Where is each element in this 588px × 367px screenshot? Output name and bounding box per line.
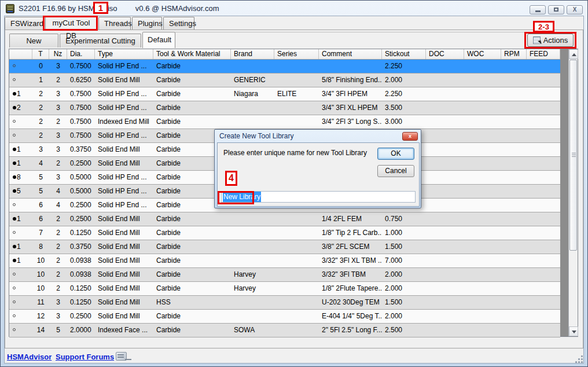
ok-button[interactable]: OK <box>377 148 414 160</box>
vertical-scrollbar[interactable] <box>568 49 578 336</box>
col-dia[interactable]: Dia. <box>67 49 95 59</box>
hsmadvisor-link[interactable]: HSMAdvisor <box>7 353 52 361</box>
annotation-step-1: 1 <box>93 2 108 14</box>
cell-rpm <box>501 226 527 240</box>
cell-type: Solid End Mill <box>95 310 153 323</box>
scrollbar-up-button[interactable] <box>569 49 578 59</box>
window-title-right: v0.6 @ HSMAdvisor.com <box>135 4 219 13</box>
resize-grip[interactable] <box>575 355 583 363</box>
cell-doc <box>426 199 464 212</box>
table-row[interactable]: 1020.1250Solid End MillCarbideHarvey1/8"… <box>9 282 560 296</box>
col-doc[interactable]: DOC <box>426 49 464 59</box>
minimize-button[interactable] <box>530 5 546 14</box>
cell-marker: 1 <box>9 212 32 226</box>
cell-woc <box>464 60 501 73</box>
table-row[interactable]: 1620.2500Solid End MillCarbide1/4 2FL FE… <box>9 212 560 226</box>
cell-brand <box>231 240 274 254</box>
cell-feed <box>527 310 560 323</box>
cell-nz: 3 <box>49 143 67 156</box>
cell-type: Solid End Mill <box>95 268 153 281</box>
cell-t: 8 <box>32 240 49 254</box>
cell-feed <box>527 129 560 142</box>
scrollbar-down-icon <box>572 331 576 333</box>
cell-marker <box>9 296 32 309</box>
cell-nz: 2 <box>49 115 67 129</box>
cell-comment: 3/4" 3Fl XL HPEM <box>319 101 382 115</box>
cell-t: 6 <box>32 199 49 212</box>
annotation-box-new-library-text <box>218 191 254 204</box>
col-series[interactable]: Series <box>274 49 319 59</box>
cell-woc <box>464 199 501 212</box>
support-forums-link[interactable]: Support Forums <box>56 353 114 361</box>
col-tool-work-material[interactable]: Tool & Work Material <box>153 49 231 59</box>
table-row[interactable]: 1820.3750Solid End MillCarbide3/8" 2FL S… <box>9 240 560 254</box>
cell-feed <box>527 296 560 309</box>
tab-settings[interactable]: Settings <box>163 17 194 30</box>
cell-rpm <box>501 129 527 142</box>
cancel-button[interactable]: Cancel <box>377 165 414 177</box>
cell-t: 3 <box>32 143 49 156</box>
scrollbar-thumb[interactable] <box>569 60 577 251</box>
tab-default[interactable]: Default <box>142 32 175 48</box>
col-t[interactable]: T <box>32 49 49 59</box>
cell-nz: 2 <box>49 254 67 267</box>
cell-t: 7 <box>32 226 49 240</box>
cell-nz: 2 <box>49 212 67 226</box>
table-row[interactable]: 1020.0938Solid End MillCarbideHarvey3/32… <box>9 268 560 282</box>
cell-feed <box>527 240 560 254</box>
cell-nz: 2 <box>49 282 67 295</box>
table-row[interactable]: 1230.7500Solid HP End ...CarbideNiagaraE… <box>9 87 560 101</box>
cell-dia: 0.7500 <box>67 115 95 129</box>
col-nz[interactable]: Nz <box>49 49 67 59</box>
col-stickout[interactable]: Stickout <box>382 49 426 59</box>
cell-rpm <box>501 171 527 184</box>
table-row[interactable]: 220.7500Indexed End MillCarbide3/4" 2Fl … <box>9 115 560 129</box>
tab-threads[interactable]: Threads <box>98 17 131 30</box>
cell-nz: 3 <box>49 171 67 184</box>
cell-material: Carbide <box>153 74 231 87</box>
cell-doc <box>426 254 464 267</box>
cell-comment: U-202 30Deg TEM <box>319 296 382 309</box>
cell-stickout: 3.500 <box>382 101 426 115</box>
col-type[interactable]: Type <box>95 49 153 59</box>
cell-woc <box>464 296 501 309</box>
feedback-icon[interactable] <box>116 352 127 361</box>
col-woc[interactable]: WOC <box>464 49 501 59</box>
table-row[interactable]: 720.1250Solid End MillCarbide1/8" Tip 2 … <box>9 226 560 240</box>
table-row[interactable]: 1130.1250Solid End MillHSSU-202 30Deg TE… <box>9 296 560 310</box>
table-row[interactable]: 1452.0000Indexed Face ...CarbideSOWA2" 5… <box>9 324 560 337</box>
cell-nz: 2 <box>49 157 67 170</box>
filled-dot-marker-icon <box>13 189 16 193</box>
filled-dot-marker-icon <box>13 162 16 165</box>
title-bar[interactable]: S2201 F16.96 by HSMAdviso v0.6 @ HSMAdvi… <box>1 1 587 16</box>
col-brand[interactable]: Brand <box>231 49 274 59</box>
col-comment[interactable]: Comment <box>319 49 382 59</box>
col-marker[interactable] <box>9 49 32 59</box>
cell-rpm <box>501 254 527 267</box>
cell-rpm <box>501 87 527 101</box>
cell-series: ELITE <box>274 87 319 101</box>
cell-series <box>274 74 319 87</box>
col-feed[interactable]: FEED <box>527 49 560 59</box>
table-row[interactable]: 120.6250Solid End MillCarbideGENERIC5/8"… <box>9 74 560 87</box>
cell-woc <box>464 171 501 184</box>
table-row[interactable]: 030.7500Solid HP End ...Carbide2.250 <box>9 60 560 74</box>
cell-type: Indexed End Mill <box>95 115 153 129</box>
tab-fswizard[interactable]: FSWizard <box>5 17 44 30</box>
table-row[interactable]: 1230.2500Solid End MillCarbideE-404 1/4"… <box>9 310 560 324</box>
dialog-close-button[interactable]: x <box>402 132 418 141</box>
cell-woc <box>464 157 501 170</box>
table-row[interactable]: 2230.7500Solid HP End ...Carbide3/4" 3Fl… <box>9 101 560 115</box>
scrollbar-down-button[interactable] <box>569 326 578 336</box>
tab-new-library[interactable]: New Library <box>9 34 58 47</box>
restore-button[interactable] <box>548 5 564 14</box>
tab-plugins[interactable]: Plugins <box>132 17 162 30</box>
close-button[interactable]: X <box>567 5 583 14</box>
cell-nz: 2 <box>49 226 67 240</box>
cell-feed <box>527 74 560 87</box>
cell-stickout: 2.000 <box>382 74 426 87</box>
cell-series <box>274 296 319 309</box>
table-row[interactable]: 11020.0938Solid End MillCarbide3/32" 3Fl… <box>9 254 560 268</box>
col-rpm[interactable]: RPM <box>501 49 527 59</box>
cell-brand: Harvey <box>231 268 274 281</box>
